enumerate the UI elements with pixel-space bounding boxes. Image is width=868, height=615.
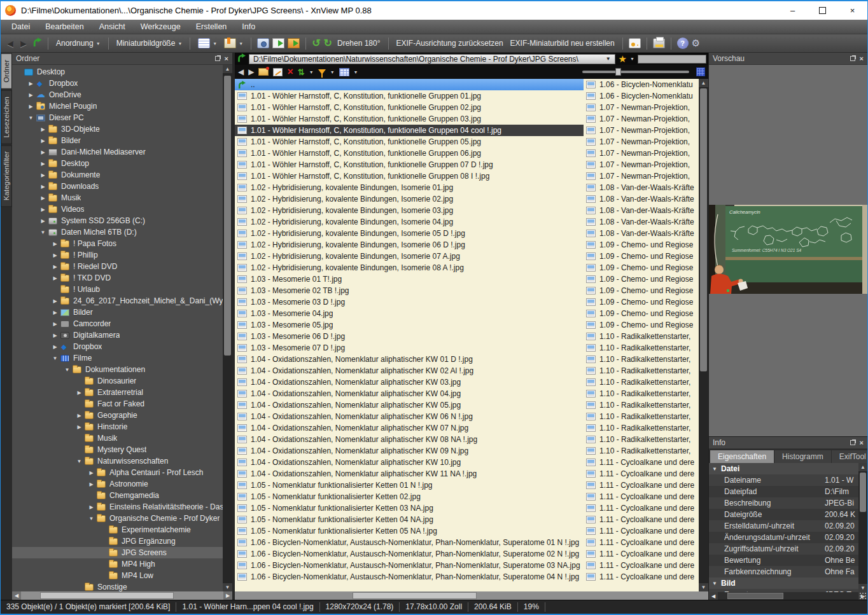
file-row[interactable]: 1.03 - Mesomerie 04.jpg — [235, 308, 584, 319]
tree-item-sonstige[interactable]: Sonstige — [12, 581, 223, 591]
file-row[interactable]: 1.06 - Bicyclen-Nomenklatu — [584, 79, 699, 90]
thumbnail-size-slider[interactable] — [582, 71, 689, 73]
file-row[interactable]: 1.02 - Hybridisierung, kovalente Bindung… — [235, 205, 584, 216]
up-folder-icon[interactable] — [237, 53, 246, 65]
scroll-down-button[interactable]: ▼ — [223, 583, 232, 591]
info-tab-exiftool[interactable]: ExifTool — [832, 450, 867, 463]
file-row[interactable]: 1.09 - Chemo- und Regiose — [584, 262, 699, 273]
tree-item-alpha-centauri-prof-lesch[interactable]: ▶Alpha Centauri - Prof Lesch — [12, 467, 223, 478]
tree-item-mp4-high[interactable]: MP4 High — [12, 558, 223, 570]
twisty-closed-icon[interactable]: ▶ — [26, 81, 36, 86]
up-folder-button[interactable] — [32, 38, 42, 50]
print-button[interactable] — [653, 38, 665, 48]
file-row[interactable]: 1.10 - Radikalkettenstarter, — [584, 399, 699, 411]
file-row-parent[interactable]: .. — [235, 79, 584, 90]
twisty-closed-icon[interactable]: ▶ — [38, 149, 48, 155]
file-row[interactable]: 1.03 - Mesomerie 02 TB !.jpg — [235, 285, 584, 296]
tree-item-system-ssd-256gb-c[interactable]: ▶System SSD 256GB (C:) — [12, 215, 223, 226]
twisty-closed-icon[interactable]: ▶ — [38, 184, 48, 190]
file-row[interactable]: 1.11 - Cycloalkane und dere — [584, 468, 699, 480]
file-row[interactable]: 1.11 - Cycloalkane und dere — [584, 571, 699, 583]
file-row[interactable]: 1.03 - Mesomerie 06 D !.jpg — [235, 331, 584, 342]
file-row[interactable]: 1.11 - Cycloalkane und dere — [584, 560, 699, 571]
delete-button[interactable]: × — [287, 67, 293, 76]
file-row[interactable]: 1.10 - Radikalkettenstarter, — [584, 445, 699, 457]
file-row[interactable]: 1.08 - Van-der-Waals-Kräfte — [584, 182, 699, 193]
tree-item-24-06-2017-hochzeit-michel-dani-wynhar[interactable]: ▶24_06_2017_Hochzeit_Michel_&_Dani_(Wynh… — [12, 295, 223, 307]
file-row[interactable]: 1.08 - Van-der-Waals-Kräfte — [584, 216, 699, 228]
tree-item-dinosaurier[interactable]: Dinosaurier — [12, 375, 223, 387]
close-button[interactable]: × — [837, 1, 867, 20]
favorites-star-icon[interactable]: ★ — [619, 54, 627, 64]
minimize-button[interactable]: – — [778, 1, 808, 20]
folder-tree-vscrollbar[interactable]: ▲ ▼ — [223, 65, 232, 591]
menu-item-bearbeiten[interactable]: Bearbeiten — [38, 20, 91, 34]
file-row[interactable]: 1.10 - Radikalkettenstarter, — [584, 365, 699, 377]
tree-item-phillip[interactable]: ▶! Phillip — [12, 249, 223, 261]
file-row[interactable]: 1.05 - Nomenklatur funktionalisierter Ke… — [235, 514, 584, 525]
file-row[interactable]: 1.08 - Van-der-Waals-Kräfte — [584, 228, 699, 239]
tree-item-naturwissenschaften[interactable]: ▼Naturwissenschaften — [12, 455, 223, 467]
resize-grip[interactable] — [859, 593, 867, 600]
tree-item-dokumentationen[interactable]: ▼Dokumentationen — [12, 364, 223, 375]
tree-item-papa-fotos[interactable]: ▶! Papa Fotos — [12, 238, 223, 249]
file-row[interactable]: 1.04 - Oxidationszahlen, Nomenklatur ali… — [235, 388, 584, 399]
thumbnail-size-dropdown[interactable]: Miniaturbildgröße▼ — [115, 38, 185, 49]
info-vscrollbar[interactable]: ▲ ▼ — [858, 463, 867, 592]
twisty-closed-icon[interactable]: ▶ — [50, 310, 60, 315]
file-row[interactable]: 1.06 - Bicyclen-Nomenklatu — [584, 90, 699, 102]
batch-convert-button[interactable] — [288, 38, 300, 48]
sort-order-dropdown[interactable]: ▼ — [196, 37, 219, 50]
scrollbar-thumb[interactable] — [224, 76, 231, 356]
file-row[interactable]: 1.10 - Radikalkettenstarter, — [584, 388, 699, 399]
file-row[interactable]: 1.05 - Nomenklatur funktionalisierter Ke… — [235, 480, 584, 491]
view-mode-button[interactable] — [339, 68, 349, 76]
twisty-open-icon[interactable]: ▼ — [62, 367, 72, 373]
twisty-closed-icon[interactable]: ▶ — [38, 207, 48, 212]
info-section-datei[interactable]: ▼Datei — [709, 463, 858, 474]
tree-item-fact-or-faked[interactable]: Fact or Faked — [12, 398, 223, 410]
rotate-ccw-button[interactable]: ↺ — [312, 38, 320, 48]
file-row[interactable]: 1.03 - Mesomerie 07 D !.jpg — [235, 342, 584, 354]
exif-thumbnail-button[interactable]: EXIF-Miniaturbild neu erstellen — [508, 38, 617, 49]
tree-item-jpg-screens[interactable]: JPG Screens — [12, 547, 223, 558]
scroll-down-button[interactable]: ▼ — [858, 584, 867, 592]
file-row[interactable]: 1.04 - Oxidationszahlen, Nomenklatur ali… — [235, 422, 584, 434]
file-row[interactable]: 1.01 - Wöhler Harnstoff, C, Konstitution… — [235, 148, 584, 159]
tree-item-hinstorie[interactable]: ▶Hinstorie — [12, 421, 223, 432]
tree-item-desktop[interactable]: Desktop — [12, 66, 223, 78]
file-row[interactable]: 1.11 - Cycloalkane und dere — [584, 548, 699, 560]
twisty-open-icon[interactable]: ▼ — [26, 115, 36, 121]
tree-item-dieser-pc[interactable]: ▼Dieser PC — [12, 112, 223, 123]
file-row[interactable]: 1.03 - Mesomerie 05.jpg — [235, 319, 584, 331]
file-row[interactable]: 1.02 - Hybridisierung, kovalente Bindung… — [235, 262, 584, 273]
tree-item-chemgamedia[interactable]: Chemgamedia — [12, 490, 223, 501]
file-row[interactable]: 1.02 - Hybridisierung, kovalente Bindung… — [235, 239, 584, 251]
file-row[interactable]: 1.09 - Chemo- und Regiose — [584, 239, 699, 251]
menu-item-info[interactable]: Info — [234, 20, 263, 34]
slider-thumb[interactable] — [615, 68, 621, 76]
tree-item-jpg-ergänzung[interactable]: JPG Ergänzung — [12, 536, 223, 547]
twisty-closed-icon[interactable]: ▶ — [50, 264, 60, 270]
rotate-180-button[interactable]: Drehen 180° — [335, 38, 382, 49]
file-row[interactable]: 1.07 - Newman-Projektion, — [584, 159, 699, 170]
scrollbar-thumb[interactable] — [727, 593, 783, 599]
scroll-up-button[interactable]: ▲ — [223, 65, 232, 73]
file-row[interactable]: 1.01 - Wöhler Harnstoff, C, Konstitution… — [235, 159, 584, 170]
close-panel-icon[interactable]: × — [860, 439, 864, 446]
file-row[interactable]: 1.01 - Wöhler Harnstoff, C, Konstitution… — [235, 113, 584, 125]
twisty-closed-icon[interactable]: ▶ — [87, 504, 96, 510]
tree-item-mystery-quest[interactable]: Mystery Quest — [12, 444, 223, 455]
twisty-closed-icon[interactable]: ▶ — [74, 390, 84, 396]
info-hscrollbar[interactable]: ◀ ▶ — [709, 592, 867, 600]
tree-item-einsteins-relativitätstheorie-das-g[interactable]: ▶Einsteins Relativitätstheorie - Das G — [12, 501, 223, 513]
twisty-closed-icon[interactable]: ▶ — [50, 333, 60, 338]
edit-button[interactable] — [273, 68, 283, 76]
tree-item-tkd-dvd[interactable]: ▶! TKD DVD — [12, 272, 223, 284]
tree-item-desktop[interactable]: ▶Desktop — [12, 158, 223, 169]
file-list-hscrollbar[interactable] — [235, 591, 708, 600]
tree-item-dokumente[interactable]: ▶Dokumente — [12, 169, 223, 181]
twisty-open-icon[interactable]: ▼ — [38, 230, 48, 235]
file-row[interactable]: 1.10 - Radikalkettenstarter, — [584, 411, 699, 422]
tree-item-geographie[interactable]: ▶Geographie — [12, 410, 223, 421]
